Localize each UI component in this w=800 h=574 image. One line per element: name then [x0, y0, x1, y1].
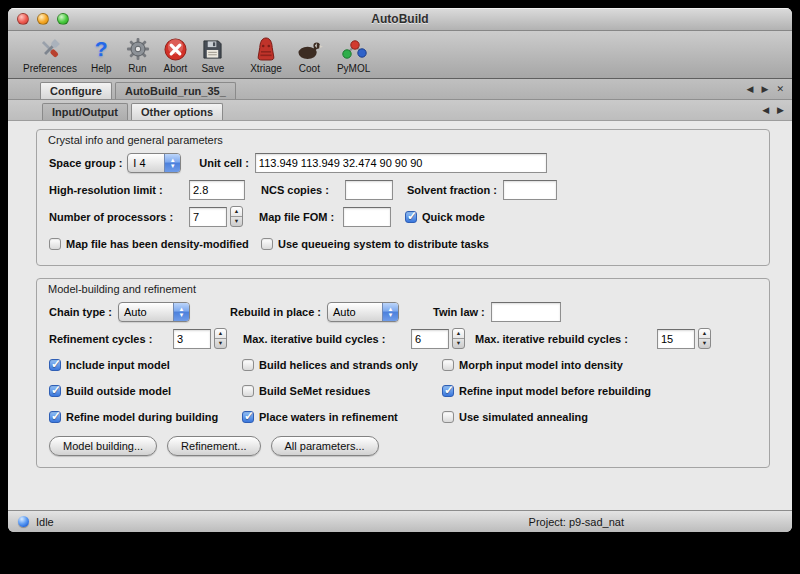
toolbar-button-save[interactable]: Save: [194, 32, 231, 78]
toolbar-label: PyMOL: [337, 63, 370, 74]
chain-type-popup[interactable]: Auto ▲▼: [118, 302, 190, 322]
checkbox-build-outside-model[interactable]: Build outside model: [49, 378, 242, 404]
tab-close-icon[interactable]: ✕: [776, 84, 784, 94]
toolbar-label: Help: [91, 63, 112, 74]
rebuild-cycles-stepper[interactable]: ▲ ▼: [698, 328, 711, 349]
checkbox-box: [442, 411, 454, 423]
toolbar-button-pymol[interactable]: PyMOL: [330, 32, 377, 78]
checkbox-box: [49, 238, 61, 250]
rebuild-in-place-popup[interactable]: Auto ▲▼: [327, 302, 399, 322]
ncs-copies-input[interactable]: [345, 180, 393, 200]
group-title: Crystal info and general parameters: [48, 134, 761, 146]
toolbar-button-preferences[interactable]: Preferences: [16, 32, 84, 78]
space-group-popup[interactable]: I 4 ▲▼: [127, 153, 181, 173]
checkbox-refine-during-building[interactable]: Refine model during building: [49, 404, 242, 430]
processors-input[interactable]: [189, 207, 227, 227]
unit-cell-input[interactable]: [255, 153, 547, 173]
status-indicator-icon: [18, 516, 29, 527]
checkbox-box: [49, 411, 61, 423]
space-group-label: Space group :: [49, 157, 122, 169]
high-res-input[interactable]: [189, 180, 245, 200]
checkbox-quick-mode[interactable]: Quick mode: [405, 211, 485, 223]
toolbar: Preferences ? Help Run: [8, 31, 792, 79]
toolbar-button-abort[interactable]: Abort: [157, 32, 195, 78]
checkbox-simulated-annealing[interactable]: Use simulated annealing: [442, 404, 761, 430]
statusbar: Idle Project: p9-sad_nat: [8, 510, 792, 532]
stepper-up-icon[interactable]: ▲: [453, 329, 464, 339]
form-row: Space group : I 4 ▲▼ Unit cell :: [45, 149, 761, 176]
minimize-button[interactable]: [37, 13, 49, 25]
tab-label: Configure: [50, 85, 102, 97]
checkbox-refine-input-before-rebuilding[interactable]: Refine input model before rebuilding: [442, 378, 761, 404]
checkbox-label: Use simulated annealing: [459, 411, 588, 423]
tab-scroll-left-icon[interactable]: ◀: [747, 84, 754, 94]
checkbox-build-helices-strands[interactable]: Build helices and strands only: [242, 352, 442, 378]
twin-law-label: Twin law :: [433, 306, 485, 318]
tab-scroll-right-icon[interactable]: ▶: [777, 105, 784, 115]
build-cycles-stepper[interactable]: ▲ ▼: [452, 328, 465, 349]
toolbar-button-help[interactable]: ? Help: [84, 32, 119, 78]
checkbox-morph-input-model[interactable]: Morph input model into density: [442, 352, 761, 378]
traffic-lights: [17, 13, 69, 25]
stepper-down-icon[interactable]: ▼: [231, 217, 242, 226]
coot-bird-icon: [296, 36, 323, 63]
checkbox-box: [405, 211, 417, 223]
project-label: Project: p9-sad_nat: [529, 516, 624, 528]
refinement-cycles-input[interactable]: [173, 329, 211, 349]
solvent-fraction-input[interactable]: [503, 180, 557, 200]
stepper-down-icon[interactable]: ▼: [215, 339, 226, 348]
checkbox-label: Morph input model into density: [459, 359, 623, 371]
checkbox-label: Build SeMet residues: [259, 385, 370, 397]
checkbox-build-semet-residues[interactable]: Build SeMet residues: [242, 378, 442, 404]
options-tabbar: Input/Output Other options ◀ ▶: [8, 100, 792, 121]
tab-other-options[interactable]: Other options: [131, 103, 223, 120]
group-title: Model-building and refinement: [48, 283, 761, 295]
tab-scroll-left-icon[interactable]: ◀: [762, 105, 769, 115]
checkbox-label: Build outside model: [66, 385, 171, 397]
rebuild-in-place-label: Rebuild in place :: [230, 306, 321, 318]
stepper-down-icon[interactable]: ▼: [453, 339, 464, 348]
form-row: Refinement cycles : ▲ ▼ Max. iterative b…: [45, 325, 761, 352]
toolbar-label: Coot: [299, 63, 320, 74]
checkbox-box: [242, 411, 254, 423]
checkbox-box: [442, 385, 454, 397]
rebuild-cycles-input[interactable]: [657, 329, 695, 349]
twin-law-input[interactable]: [491, 302, 561, 322]
refinement-cycles-stepper[interactable]: ▲ ▼: [214, 328, 227, 349]
tab-input-output[interactable]: Input/Output: [42, 103, 128, 120]
checkbox-include-input-model[interactable]: Include input model: [49, 352, 242, 378]
stepper-up-icon[interactable]: ▲: [699, 329, 710, 339]
app-window: AutoBuild Preferences ? Help: [8, 8, 792, 532]
help-icon: ?: [95, 36, 108, 63]
refinement-button[interactable]: Refinement...: [167, 436, 260, 456]
checkbox-queueing-system[interactable]: Use queueing system to distribute tasks: [261, 238, 489, 250]
processors-stepper[interactable]: ▲ ▼: [230, 206, 243, 227]
map-fom-input[interactable]: [343, 207, 391, 227]
model-building-button[interactable]: Model building...: [49, 436, 157, 456]
tab-label: Input/Output: [52, 106, 118, 118]
tab-configure[interactable]: Configure: [40, 82, 112, 99]
crystal-info-group: Crystal info and general parameters Spac…: [36, 129, 770, 266]
checkbox-box: [442, 359, 454, 371]
high-res-label: High-resolution limit :: [49, 184, 189, 196]
checkbox-label: Refine model during building: [66, 411, 218, 423]
toolbar-button-xtriage[interactable]: Xtriage: [243, 32, 289, 78]
build-cycles-input[interactable]: [411, 329, 449, 349]
stepper-down-icon[interactable]: ▼: [699, 339, 710, 348]
checkbox-label: Include input model: [66, 359, 170, 371]
popup-arrows-icon: ▲▼: [164, 154, 180, 172]
toolbar-button-coot[interactable]: Coot: [289, 32, 330, 78]
titlebar: AutoBuild: [8, 8, 792, 31]
close-button[interactable]: [17, 13, 29, 25]
stepper-up-icon[interactable]: ▲: [231, 207, 242, 217]
zoom-button[interactable]: [57, 13, 69, 25]
stepper-up-icon[interactable]: ▲: [215, 329, 226, 339]
checkbox-place-waters[interactable]: Place waters in refinement: [242, 404, 442, 430]
all-parameters-button[interactable]: All parameters...: [271, 436, 379, 456]
checkbox-density-modified[interactable]: Map file has been density-modified: [49, 238, 261, 250]
toolbar-button-run[interactable]: Run: [119, 32, 157, 78]
tab-scroll-right-icon[interactable]: ▶: [762, 84, 769, 94]
status-text: Idle: [36, 516, 54, 528]
window-title: AutoBuild: [8, 8, 792, 30]
tab-autobuild-run-35[interactable]: AutoBuild_run_35_: [115, 82, 236, 99]
